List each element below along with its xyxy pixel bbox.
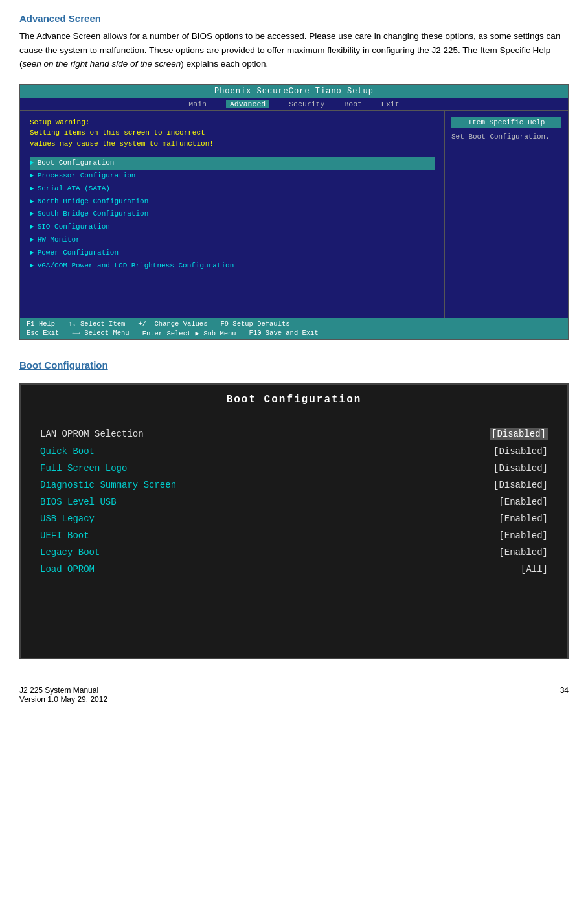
bios-option-sio: ▶ SIO Configuration: [30, 221, 435, 234]
bios-option-power: ▶ Power Configuration: [30, 247, 435, 260]
intro-paragraph: The Advance Screen allows for a number o…: [19, 29, 569, 71]
bios-screenshot: Phoenix SecureCore Tiano Setup Main Adva…: [19, 84, 569, 340]
bios-option-vga: ▶ VGA/COM Power and LCD Brightness Confi…: [30, 260, 435, 273]
boot-row-load-oprom: Load OPROM [All]: [40, 561, 548, 578]
bios-menu-main: Main: [188, 100, 207, 108]
boot-label-legacy-boot: Legacy Boot: [40, 547, 100, 558]
bios-title-bar: Phoenix SecureCore Tiano Setup: [20, 85, 568, 98]
boot-row-usb-legacy: USB Legacy [Enabled]: [40, 510, 548, 527]
footer-version: Version 1.0 May 29, 2012: [19, 695, 107, 704]
bios-menu-security: Security: [289, 100, 324, 108]
bios-main-panel: Setup Warning: Setting items on this scr…: [20, 111, 445, 318]
boot-row-lan-oprom: LAN OPROM Selection [Disabled]: [40, 425, 548, 443]
boot-title-text: Boot Configuration: [227, 394, 362, 405]
footer-f10: F10 Save and Exit: [249, 329, 319, 337]
bios-option-south-bridge: ▶ South Bridge Configuration: [30, 208, 435, 221]
boot-label-full-screen-logo: Full Screen Logo: [40, 463, 127, 473]
bios-menu-boot: Boot: [344, 100, 362, 108]
bios-option-label: SIO Configuration: [38, 221, 110, 234]
bios-footer-row2: Esc Exit ←→ Select Menu Enter Select ▶ S…: [27, 329, 561, 337]
boot-row-uefi-boot: UEFI Boot [Enabled]: [40, 527, 548, 544]
footer-lr-arrow: ←→ Select Menu: [72, 329, 129, 337]
bios-option-sata: ▶ Serial ATA (SATA): [30, 183, 435, 196]
intro-italic: seen on the right hand side of the scree…: [23, 59, 181, 69]
boot-config-screenshot: Boot Configuration LAN OPROM Selection […: [19, 383, 569, 659]
arrow-icon: ▶: [30, 157, 34, 170]
boot-value-usb-legacy: [Enabled]: [499, 514, 548, 524]
footer-f1: F1 Help: [27, 320, 55, 328]
footer-esc: Esc Exit: [27, 329, 59, 337]
bios-option-north-bridge: ▶ North Bridge Configuration: [30, 196, 435, 209]
page-title: Advanced Screen: [19, 13, 569, 24]
bios-warning: Setup Warning: Setting items on this scr…: [30, 117, 435, 150]
bios-option-label: South Bridge Configuration: [38, 208, 149, 221]
boot-label-diagnostic: Diagnostic Summary Screen: [40, 480, 176, 490]
boot-value-diagnostic: [Disabled]: [493, 480, 548, 490]
arrow-icon: ▶: [30, 208, 34, 221]
arrow-icon: ▶: [30, 260, 34, 273]
boot-value-full-screen-logo: [Disabled]: [493, 463, 548, 473]
footer-arrow: ↑↓ Select Item: [68, 320, 125, 328]
boot-value-legacy-boot: [Enabled]: [499, 547, 548, 558]
boot-value-lan-oprom: [Disabled]: [490, 428, 548, 440]
arrow-icon: ▶: [30, 247, 34, 260]
footer-f9: F9 Setup Defaults: [220, 320, 289, 328]
bios-title: Phoenix SecureCore Tiano Setup: [214, 87, 374, 96]
bios-menu-exit: Exit: [381, 100, 400, 108]
bios-help-panel: Item Specific Help Set Boot Configuratio…: [445, 111, 568, 318]
boot-label-load-oprom: Load OPROM: [40, 564, 95, 574]
help-title-text: Item Specific Help: [468, 119, 545, 126]
arrow-icon: ▶: [30, 170, 34, 183]
bios-help-title: Item Specific Help: [451, 117, 561, 128]
bios-option-label: Boot Configuration: [38, 157, 115, 170]
boot-value-uefi-boot: [Enabled]: [499, 530, 548, 541]
intro-text-end: ) explains each option.: [181, 59, 268, 69]
footer-left: J2 225 System Manual Version 1.0 May 29,…: [19, 686, 107, 704]
bios-body: Setup Warning: Setting items on this scr…: [20, 111, 568, 318]
boot-row-legacy-boot: Legacy Boot [Enabled]: [40, 544, 548, 561]
boot-row-diagnostic: Diagnostic Summary Screen [Disabled]: [40, 477, 548, 494]
boot-value-load-oprom: [All]: [521, 564, 548, 574]
page-footer: J2 225 System Manual Version 1.0 May 29,…: [19, 679, 569, 704]
bios-option-label: Serial ATA (SATA): [38, 183, 110, 196]
boot-config-heading: Boot Configuration: [19, 359, 569, 370]
bios-option-label: HW Monitor: [38, 234, 80, 247]
footer-manual-title: J2 225 System Manual: [19, 686, 107, 695]
bios-option-label: Power Configuration: [38, 247, 119, 260]
boot-row-full-screen-logo: Full Screen Logo [Disabled]: [40, 460, 548, 477]
arrow-icon: ▶: [30, 183, 34, 196]
bios-option-label: Processor Configuration: [38, 170, 136, 183]
boot-value-bios-usb: [Enabled]: [499, 497, 548, 507]
boot-label-lan-oprom: LAN OPROM Selection: [40, 429, 144, 439]
boot-label-uefi-boot: UEFI Boot: [40, 530, 89, 541]
bios-option-label: VGA/COM Power and LCD Brightness Configu…: [38, 260, 234, 273]
boot-label-quick-boot: Quick Boot: [40, 446, 95, 457]
footer-change: +/- Change Values: [138, 320, 207, 328]
bios-options-list: ▶ Boot Configuration ▶ Processor Configu…: [30, 157, 435, 272]
boot-row-bios-usb: BIOS Level USB [Enabled]: [40, 494, 548, 510]
footer-enter: Enter Select ▶ Sub-Menu: [142, 329, 236, 337]
bios-option-processor: ▶ Processor Configuration: [30, 170, 435, 183]
bios-footer-row1: F1 Help ↑↓ Select Item +/- Change Values…: [27, 320, 561, 328]
arrow-icon: ▶: [30, 221, 34, 234]
footer-page-number: 34: [560, 686, 569, 704]
boot-config-title: Boot Configuration: [21, 385, 567, 412]
boot-label-usb-legacy: USB Legacy: [40, 514, 95, 524]
boot-row-quick-boot: Quick Boot [Disabled]: [40, 443, 548, 460]
boot-value-quick-boot: [Disabled]: [493, 446, 548, 457]
arrow-icon: ▶: [30, 234, 34, 247]
bios-menu-advanced: Advanced: [226, 100, 269, 108]
bios-option-boot-config: ▶ Boot Configuration: [30, 157, 435, 170]
bios-option-hw-monitor: ▶ HW Monitor: [30, 234, 435, 247]
bios-help-text: Set Boot Configuration.: [451, 133, 561, 141]
bios-menu-bar: Main Advanced Security Boot Exit: [20, 98, 568, 111]
bios-option-label: North Bridge Configuration: [38, 196, 149, 209]
arrow-icon: ▶: [30, 196, 34, 209]
bios-footer: F1 Help ↑↓ Select Item +/- Change Values…: [20, 318, 568, 339]
boot-label-bios-usb: BIOS Level USB: [40, 497, 117, 507]
boot-config-body: LAN OPROM Selection [Disabled] Quick Boo…: [21, 412, 567, 658]
